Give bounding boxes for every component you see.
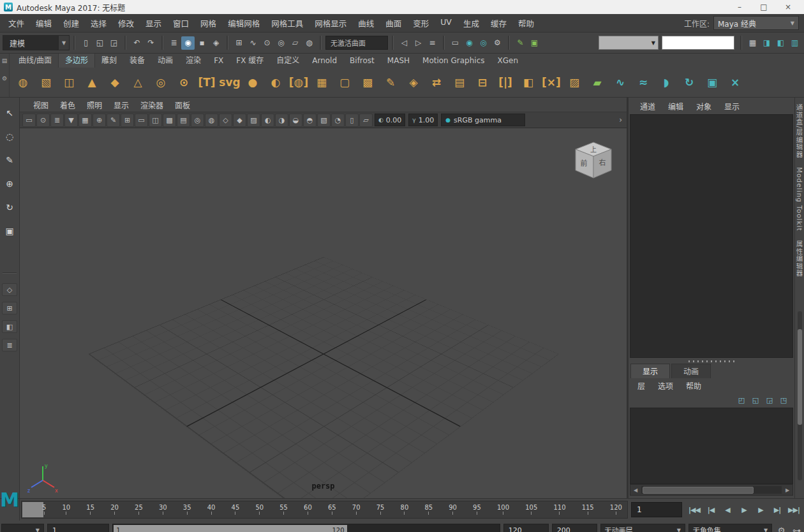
make-live-icon[interactable]: ◍ (302, 36, 316, 50)
range-slider[interactable]: 1 120 (112, 524, 500, 532)
layer-options-icon[interactable]: ◳ (778, 394, 789, 406)
undo-icon[interactable]: ↶ (130, 36, 144, 50)
duplicate-icon[interactable]: ▤ (449, 71, 470, 94)
go-to-end-button[interactable]: ▶▶| (786, 502, 801, 517)
film-gate-icon[interactable]: ▭ (135, 114, 148, 127)
poly-text-icon[interactable]: [T] (196, 71, 218, 94)
time-slider[interactable]: 5101520253035404550556065707580859095100… (21, 501, 628, 519)
safe-action-icon[interactable]: ◎ (191, 114, 204, 127)
transform-entry-mode-dropdown[interactable]: ▼ (599, 36, 659, 50)
menu-item[interactable]: 编辑网格 (222, 17, 265, 29)
go-to-start-button[interactable]: |◀◀ (687, 502, 702, 517)
shelf-tab[interactable]: 曲线/曲面 (12, 54, 58, 68)
workspace-dropdown[interactable]: Maya 经典 ▼ (713, 16, 799, 30)
poly-pyramid-icon[interactable]: △ (127, 71, 149, 94)
lasso-select-tool[interactable]: ◌ (2, 129, 17, 144)
panel-menu-item[interactable]: 视图 (27, 100, 54, 110)
live-surface-field[interactable]: 无激活曲面 (325, 36, 388, 50)
range-options-dropdown[interactable]: ▼ (1, 524, 44, 532)
poly-cylinder-icon[interactable]: ◫ (58, 71, 80, 94)
cleanup-icon[interactable]: × (724, 71, 746, 94)
animation-preferences-gear-icon[interactable]: ⚙ (775, 526, 787, 532)
multisample-icon[interactable]: ▧ (317, 114, 331, 127)
resolution-gate-icon[interactable]: ◫ (149, 114, 162, 127)
single-pane-layout-button[interactable]: ◇ (2, 283, 17, 296)
menu-item[interactable]: 曲线 (352, 17, 380, 29)
layer-editor-tab[interactable]: 动画 (671, 364, 711, 378)
delete-component-icon[interactable]: [×] (540, 71, 562, 94)
snap-to-curve-icon[interactable]: ∿ (246, 36, 260, 50)
horizontal-scrollbar[interactable]: ◀ ▶ (630, 484, 793, 496)
sculpt-tool-icon[interactable]: [◍] (288, 71, 309, 94)
shelf-tab[interactable]: 自定义 (270, 54, 306, 68)
grid-toggle-icon[interactable]: ▦ (746, 36, 759, 50)
image-plane-icon[interactable]: ▦ (78, 114, 92, 127)
scroll-right-icon[interactable]: ▶ (782, 485, 793, 494)
paint-select-tool[interactable]: ✎ (2, 152, 17, 168)
select-tool[interactable]: ↖ (2, 105, 17, 121)
channel-box-list[interactable] (630, 114, 793, 358)
panel-menu-item[interactable]: 照明 (81, 100, 108, 110)
poly-platonic-icon[interactable]: ◆ (104, 71, 126, 94)
use-all-lights-icon[interactable]: ◐ (261, 114, 274, 127)
shelf-tab[interactable]: FX 缓存 (230, 54, 270, 68)
menu-item[interactable]: UV (435, 17, 458, 29)
anim-layer-dropdown[interactable]: 无动画层 ▼ (600, 524, 685, 532)
menu-item[interactable]: 创建 (57, 17, 85, 29)
panel-menu-item[interactable]: 选项 (651, 380, 680, 391)
scrollbar-thumb[interactable] (798, 329, 802, 425)
scroll-left-icon[interactable]: ◀ (630, 485, 641, 494)
layer-editor-tab[interactable]: 显示 (630, 364, 670, 378)
step-forward-frame-button[interactable]: ▶ (753, 502, 768, 517)
shelf-tab[interactable]: 雕刻 (95, 54, 123, 68)
shelf-tab[interactable]: 多边形 (58, 54, 95, 68)
content-browser-icon[interactable]: ▣ (528, 36, 541, 50)
render-current-frame-icon[interactable]: ◉ (463, 36, 476, 50)
panel-menu-item[interactable]: 渲染器 (135, 100, 169, 110)
depth-of-field-icon[interactable]: ◔ (331, 114, 345, 127)
menu-item[interactable]: 窗口 (167, 17, 195, 29)
shelf-tab[interactable]: Bifrost (343, 55, 381, 68)
shelf-tab[interactable]: Motion Graphics (416, 55, 491, 68)
snap-to-view-plane-icon[interactable]: ▱ (288, 36, 302, 50)
soft-select-icon[interactable]: ◈ (403, 71, 424, 94)
panel-menu-item[interactable]: 层 (631, 380, 651, 391)
render-view-icon[interactable]: ▭ (449, 36, 462, 50)
highlight-selection-icon[interactable]: ◈ (209, 36, 223, 50)
poly-torus-icon[interactable]: ⊙ (173, 71, 195, 94)
bend-deformer-icon[interactable]: ∿ (609, 71, 631, 94)
new-empty-layer-icon[interactable]: ◰ (736, 394, 747, 406)
lattice-icon[interactable]: ▩ (357, 71, 378, 94)
bookmarks-icon[interactable]: ▼ (64, 114, 78, 127)
motion-blur-icon[interactable]: ◓ (303, 114, 316, 127)
range-slider-thumb[interactable]: 1 120 (114, 525, 346, 532)
auto-keyframe-icon[interactable]: ⊶ (791, 526, 803, 532)
step-back-key-button[interactable]: |◀ (703, 502, 718, 517)
isolate-select-icon[interactable]: ▯ (345, 114, 359, 127)
menu-item[interactable]: 变形 (407, 17, 435, 29)
spiral-icon[interactable]: ↻ (678, 71, 700, 94)
shelf-tab[interactable]: XGen (491, 55, 525, 68)
wireframe-icon[interactable]: ◇ (219, 114, 232, 127)
shelf-tab[interactable]: MASH (381, 55, 416, 68)
attribute-editor-toggle-icon[interactable]: ◨ (760, 36, 773, 50)
multi-cut-icon[interactable]: ▨ (563, 71, 585, 94)
menu-item[interactable]: 网格工具 (265, 17, 309, 29)
modeling-toolkit-tab[interactable]: Modeling Toolkit (796, 167, 803, 232)
paint-effects-icon[interactable]: ✎ (514, 36, 527, 50)
type-grid-icon[interactable]: ▣ (701, 71, 723, 94)
menu-item[interactable]: 修改 (112, 17, 140, 29)
layer-list[interactable] (630, 408, 793, 484)
viewport-canvas[interactable]: 上 前 右 y x z persp (20, 128, 627, 498)
new-scene-icon[interactable]: ▯ (79, 36, 93, 50)
panel-menu-item[interactable]: 显示 (718, 101, 746, 112)
panel-menu-item[interactable]: 面板 (169, 100, 196, 110)
menu-item[interactable]: 编辑 (30, 17, 57, 29)
menu-item[interactable]: 缓存 (485, 17, 512, 29)
playback-end-field[interactable]: 120 (503, 524, 549, 532)
panel-menu-item[interactable]: 显示 (108, 100, 135, 110)
close-button[interactable]: × (776, 0, 800, 14)
tool-settings-toggle-icon[interactable]: ◧ (774, 36, 787, 50)
snap-to-grid-icon[interactable]: ⊞ (232, 36, 246, 50)
subdiv-proxy-icon[interactable]: ◐ (265, 71, 287, 94)
